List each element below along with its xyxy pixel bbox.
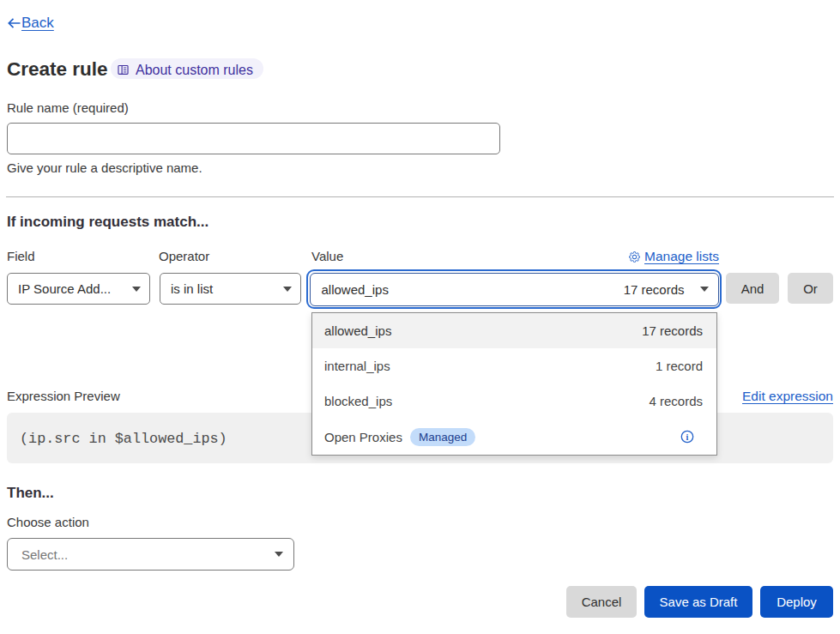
svg-text:i: i [686,432,689,442]
